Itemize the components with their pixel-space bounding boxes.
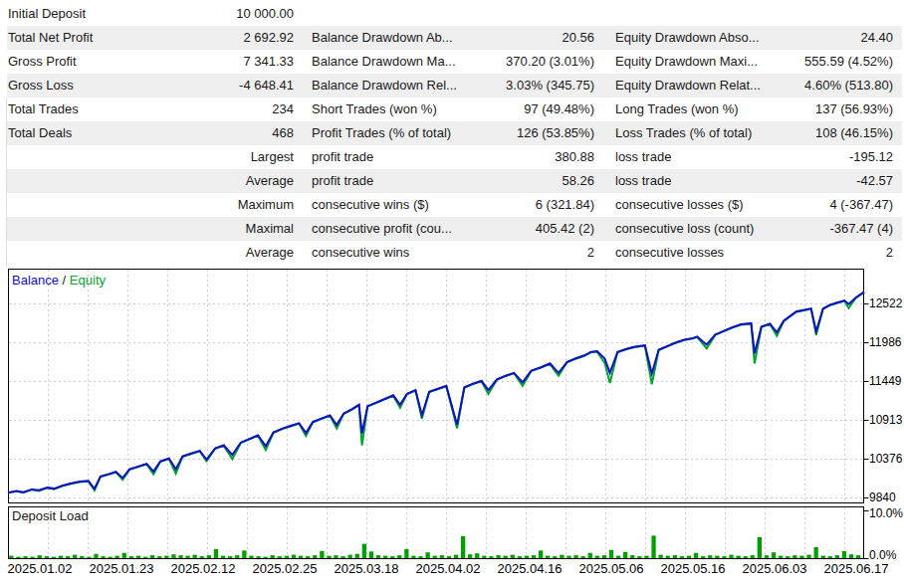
deposit-load-bar [411,556,415,558]
deposit-load-bar [122,553,126,558]
deposit-load-bar [440,555,444,558]
deposit-load-bar [779,556,783,558]
deposit-load-bar [150,555,154,558]
x-axis-date-label: 2025.06.17 [811,561,901,577]
deposit-load-bar [340,556,344,558]
deposit-load-bar [821,556,825,558]
deposit-load-bar [404,549,408,558]
deposit-load-bar [327,556,331,558]
x-axis-date-label: 2025.05.16 [648,561,738,577]
deposit-load-bar [630,555,634,558]
deposit-load-bar [744,556,748,558]
x-axis-date-label: 2025.02.25 [240,561,330,577]
x-axis-date-label: 2025.06.03 [730,561,819,577]
deposit-load-bar [164,556,168,558]
y-axis-label: 11449 [869,373,901,389]
deposit-chart-frame [9,507,864,559]
deposit-load-bar [828,556,832,558]
deposit-load-bar [765,555,769,558]
deposit-load-bar [285,556,289,558]
deposit-load-bar [602,555,606,558]
x-axis-date-label: 2025.05.06 [566,561,656,577]
deposit-load-bar [722,556,726,558]
deposit-load-bar [623,552,627,558]
deposit-load-bar [228,556,232,558]
deposit-load-bar [616,556,620,558]
deposit-load-bar [468,554,472,558]
deposit-load-bar [566,556,570,558]
deposit-load-bar [426,552,430,558]
deposit-load-bar [207,555,211,558]
deposit-load-bar [45,556,49,558]
deposit-axis-max-label: 10.0% [869,505,903,521]
deposit-load-bar [397,555,401,558]
deposit-load-bar [511,555,515,558]
deposit-load-bar [242,550,246,558]
chart-legend: Balance / Equity [12,273,106,288]
deposit-load-bar [200,556,204,558]
deposit-load-bar [185,556,189,558]
deposit-load-bar [355,554,359,558]
deposit-load-bar [9,556,13,558]
deposit-load-bar [856,555,860,558]
deposit-load-bar [73,555,77,558]
deposit-load-bar [461,536,465,558]
deposit-load-bar [418,556,422,558]
deposit-load-bar [66,556,70,558]
y-axis-label: 12522 [869,295,902,311]
deposit-load-bar [644,556,648,558]
deposit-load-bar [715,556,719,558]
legend-balance-label: Balance [12,273,59,288]
deposit-load-bar [101,556,105,558]
deposit-load-bar [221,556,225,558]
y-axis-label: 10913 [869,412,902,428]
deposit-load-bar [80,556,84,558]
deposit-load-bar [31,557,35,558]
deposit-load-bar [292,555,296,558]
deposit-load-bar [609,550,613,558]
deposit-load-bar [214,549,218,558]
deposit-load-bar [362,544,366,558]
deposit-load-bar [52,557,56,558]
y-axis-label: 10376 [869,451,902,467]
deposit-load-bar [115,556,119,558]
deposit-load-bar [673,555,677,558]
deposit-load-bar [447,556,451,558]
deposit-load-bar [842,551,846,558]
deposit-load-bar [496,555,500,558]
deposit-load-bar [758,537,762,558]
deposit-load-bar [23,556,27,558]
deposit-load-bar [299,556,303,558]
deposit-load-bar [708,555,712,558]
equity-line [8,293,864,493]
deposit-load-bar [454,555,458,558]
deposit-load-bar [751,555,755,558]
legend-equity-label: Equity [70,273,106,288]
deposit-load-bar [694,553,698,558]
deposit-load-bar [271,555,275,558]
deposit-load-bar [701,556,705,558]
deposit-load-bar [157,556,161,558]
deposit-load-bar [666,556,670,558]
deposit-load-bar [334,555,338,558]
deposit-load-bar [799,556,803,558]
deposit-load-bar [348,555,352,558]
deposit-load-bar [651,535,655,558]
deposit-load-bar [433,556,437,558]
deposit-load-bar [278,556,282,558]
deposit-load-bar [59,556,63,558]
x-axis-date-label: 2025.04.16 [485,561,574,577]
deposit-load-bar [772,552,776,558]
legend-separator: / [63,273,70,288]
deposit-load-bar [489,556,493,558]
deposit-load-bar [792,555,796,558]
deposit-load-bar [588,553,592,558]
deposit-load-bar [539,550,543,558]
deposit-load-bar [306,556,310,558]
deposit-load-bar [87,557,91,558]
deposit-load-bar [659,555,663,558]
deposit-load-bar [390,556,394,558]
deposit-load-bar [595,556,599,558]
report-charts[interactable] [0,0,904,588]
deposit-load-bar [680,556,684,558]
